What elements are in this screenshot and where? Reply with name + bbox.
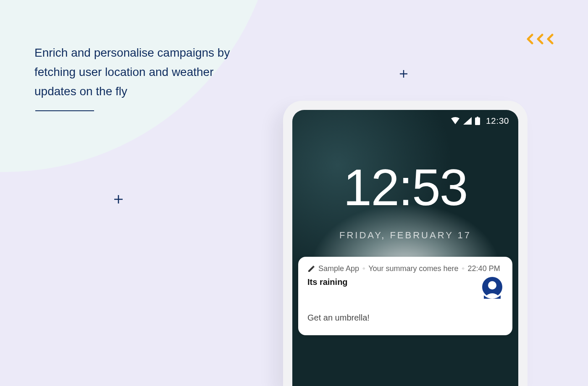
chevron-left-icon bbox=[526, 34, 535, 44]
headline-text: Enrich and personalise campaigns by fetc… bbox=[34, 43, 244, 102]
svg-rect-1 bbox=[477, 117, 478, 118]
avatar bbox=[481, 277, 503, 299]
notification-header: Sample App ○ Your summary comes here ○ 2… bbox=[307, 264, 503, 273]
notification-time: 22:40 PM bbox=[468, 264, 500, 273]
lockscreen-clock: 12:53 bbox=[292, 162, 518, 213]
statusbar-time: 12:30 bbox=[486, 116, 509, 126]
notification-app-name: Sample App bbox=[318, 264, 359, 273]
notification-card[interactable]: Sample App ○ Your summary comes here ○ 2… bbox=[298, 257, 512, 335]
notification-title: Its raining bbox=[307, 277, 503, 287]
separator-dot: ○ bbox=[362, 266, 365, 271]
svg-rect-0 bbox=[475, 117, 480, 125]
notification-body: Get an umbrella! bbox=[307, 313, 503, 323]
phone-screen: 12:30 12:53 FRIDAY, FEBRUARY 17 Sample A… bbox=[292, 110, 518, 386]
plus-icon bbox=[114, 195, 123, 204]
plus-icon bbox=[399, 70, 408, 78]
status-bar: 12:30 bbox=[451, 116, 509, 126]
signal-icon bbox=[463, 117, 472, 125]
lockscreen-date: FRIDAY, FEBRUARY 17 bbox=[292, 230, 518, 241]
chevron-left-icon bbox=[546, 34, 555, 44]
chevron-left-group bbox=[526, 34, 555, 44]
pencil-icon bbox=[307, 265, 315, 273]
battery-icon bbox=[475, 117, 480, 125]
separator-dot: ○ bbox=[462, 266, 465, 271]
chevron-left-icon bbox=[536, 34, 545, 44]
headline-underline bbox=[35, 110, 94, 111]
svg-point-3 bbox=[488, 281, 496, 290]
notification-summary: Your summary comes here bbox=[368, 264, 458, 273]
wifi-icon bbox=[451, 117, 460, 125]
phone-mockup: 12:30 12:53 FRIDAY, FEBRUARY 17 Sample A… bbox=[283, 101, 528, 386]
